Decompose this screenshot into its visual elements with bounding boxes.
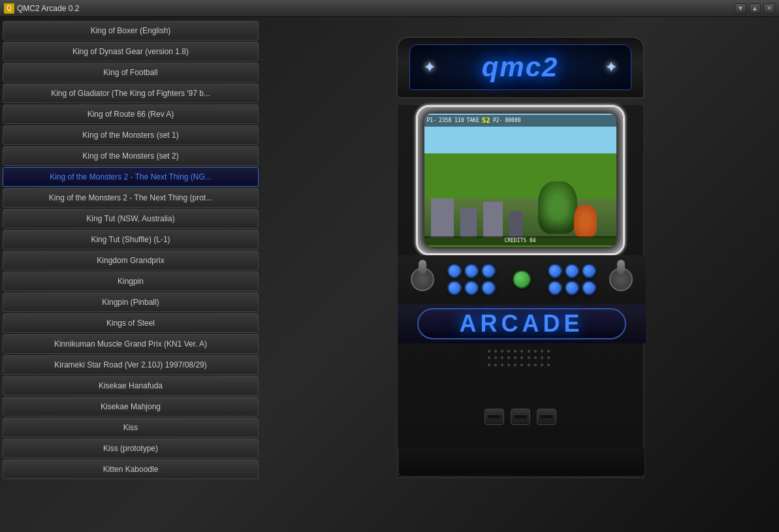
game-item-kings-of-steel[interactable]: Kings of Steel [3, 313, 259, 333]
speaker-dot-1 [494, 350, 497, 352]
joystick-right [609, 268, 633, 291]
arcade-btn-r1[interactable] [548, 264, 562, 278]
credits-bar: CREDITS 04 [424, 236, 616, 245]
app-icon: Q [4, 3, 14, 14]
speaker-dot-14 [514, 356, 517, 359]
orange-monster [574, 205, 597, 238]
arcade-label-pill: ARCADE [417, 308, 626, 339]
coin-slot-1[interactable] [485, 409, 504, 425]
game-item-king-of-dynast[interactable]: King of Dynast Gear (version 1.8) [3, 42, 259, 61]
coin-slot-inner-3 [540, 415, 553, 418]
speaker-dot-4 [514, 350, 517, 352]
building-1 [431, 198, 454, 238]
close-button[interactable]: ✕ [763, 3, 775, 14]
coin-area [481, 409, 560, 448]
center-button-area [513, 270, 531, 289]
speaker-dot-15 [520, 356, 523, 359]
main-content: King of Boxer (English)King of Dynast Ge… [0, 17, 779, 532]
game-screen: P1- 2358 110 TAKE 52 P2- 80000 [424, 114, 616, 247]
arcade-label-text: ARCADE [459, 310, 583, 337]
marquee-inner: ✦ qmc2 ✦ [409, 44, 631, 90]
joystick-right-stick [617, 260, 625, 274]
hud-num: 52 [482, 116, 490, 125]
game-item-king-of-monsters-next-proto[interactable]: King of the Monsters 2 - The Next Thing … [3, 188, 259, 208]
game-item-king-of-route66[interactable]: King of Route 66 (Rev A) [3, 104, 259, 124]
game-item-kinnikuman[interactable]: Kinnikuman Muscle Grand Prix (KN1 Ver. A… [3, 334, 259, 354]
speaker-dot-10 [488, 356, 490, 359]
game-item-king-tut-shuffle[interactable]: King Tut (Shuffle) (L-1) [3, 230, 259, 249]
coin-slot-inner-2 [514, 415, 527, 418]
marquee-star-left-icon: ✦ [423, 58, 436, 76]
game-item-kingpin[interactable]: Kingpin [3, 272, 259, 291]
arcade-btn-5[interactable] [464, 281, 479, 295]
arcade-btn-r2[interactable] [565, 264, 579, 278]
minimize-button[interactable]: ▼ [735, 3, 746, 14]
speaker-dot-17 [534, 356, 537, 359]
arcade-btn-4[interactable] [447, 281, 462, 295]
speaker-dot-12 [501, 356, 503, 359]
title-bar-left: Q QMC2 Arcade 0.2 [4, 3, 79, 14]
speaker-dot-25 [520, 364, 523, 366]
app-icon-letter: Q [7, 5, 12, 12]
maximize-button[interactable]: ▲ [749, 3, 761, 14]
marquee-star-right-icon: ✦ [605, 58, 618, 76]
game-item-king-of-monsters-2[interactable]: King of the Monsters (set 2) [3, 146, 259, 166]
arcade-btn-2[interactable] [464, 264, 479, 278]
marquee-text: qmc2 [482, 52, 559, 83]
speaker-dot-21 [494, 364, 497, 366]
speaker-dot-7 [534, 350, 537, 352]
game-hud: P1- 2358 110 TAKE 52 P2- 80000 [424, 115, 616, 127]
speaker-dot-23 [507, 364, 510, 366]
speaker-dot-8 [541, 350, 543, 352]
game-item-king-tut-nsw[interactable]: King Tut (NSW, Australia) [3, 209, 259, 228]
coin-slot-2[interactable] [511, 409, 530, 425]
speaker-dot-29 [547, 364, 550, 366]
joystick-left-base [411, 268, 434, 291]
screen-bezel: P1- 2358 110 TAKE 52 P2- 80000 [416, 105, 625, 255]
game-item-kirameki[interactable]: Kirameki Star Road (Ver 2.10J) 1997/08/2… [3, 355, 259, 375]
game-item-king-of-monsters-1[interactable]: King of the Monsters (set 1) [3, 125, 259, 145]
game-item-kisekae-mahjong[interactable]: Kisekae Mahjong [3, 397, 259, 416]
speaker-dot-22 [501, 364, 503, 366]
speaker-dot-28 [541, 364, 543, 366]
game-item-kingpin-pinball[interactable]: Kingpin (Pinball) [3, 292, 259, 312]
coin-slot-3[interactable] [537, 409, 556, 425]
game-list[interactable]: King of Boxer (English)King of Dynast Ge… [0, 17, 261, 532]
game-item-kisekae-hanafuda[interactable]: Kisekae Hanafuda [3, 376, 259, 396]
speaker-dot-24 [514, 364, 517, 366]
center-button[interactable] [513, 270, 531, 289]
window-title: QMC2 Arcade 0.2 [17, 4, 79, 13]
game-item-king-of-football[interactable]: King of Football [3, 63, 259, 82]
speaker-dot-16 [528, 356, 530, 359]
arcade-btn-3[interactable] [481, 264, 496, 278]
green-monster [538, 181, 577, 234]
game-item-king-of-gladiator[interactable]: King of Gladiator (The King of Fighters … [3, 84, 259, 103]
arcade-btn-r5[interactable] [565, 281, 579, 295]
arcade-btn-6[interactable] [481, 281, 496, 295]
screen-inner: P1- 2358 110 TAKE 52 P2- 80000 [424, 114, 616, 247]
game-item-kiss-proto[interactable]: Kiss (prototype) [3, 439, 259, 458]
arcade-btn-r3[interactable] [582, 264, 596, 278]
game-item-kitten-kaboodle[interactable]: Kitten Kaboodle [3, 460, 259, 479]
credits-text: CREDITS 04 [504, 238, 535, 243]
arcade-area: ✦ qmc2 ✦ P1- 2358 110 TAKE [261, 17, 779, 532]
arcade-btn-r4[interactable] [548, 281, 562, 295]
speaker-dot-20 [488, 364, 490, 366]
speaker-grill [488, 350, 553, 369]
arcade-btn-r6[interactable] [582, 281, 596, 295]
game-item-kingdom-grandprix[interactable]: Kingdom Grandprix [3, 251, 259, 270]
arcade-btn-1[interactable] [447, 264, 462, 278]
title-bar: Q QMC2 Arcade 0.2 ▼ ▲ ✕ [0, 0, 779, 17]
speaker-dot-13 [507, 356, 510, 359]
game-item-king-of-boxer[interactable]: King of Boxer (English) [3, 21, 259, 40]
speaker-dot-27 [534, 364, 537, 366]
game-item-kiss[interactable]: Kiss [3, 418, 259, 437]
hud-take: TAKE [466, 117, 479, 123]
coin-slot-row [485, 409, 556, 425]
button-group-left [447, 264, 500, 295]
game-item-king-of-monsters-next-ng[interactable]: King of the Monsters 2 - The Next Thing … [3, 167, 259, 187]
speaker-dot-26 [528, 364, 530, 366]
controls-panel [398, 255, 646, 304]
hud-score2: 80000 [505, 117, 520, 123]
hud-p2: P2- [493, 117, 502, 123]
